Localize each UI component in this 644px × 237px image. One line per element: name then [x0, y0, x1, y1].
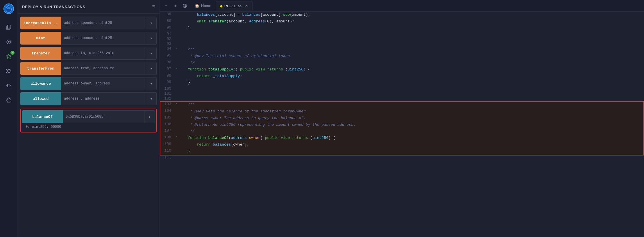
line-number: 103	[160, 101, 175, 108]
line-number: 95	[160, 53, 175, 60]
list-item: allowed address , address ▾	[20, 92, 157, 105]
file-copy-icon[interactable]	[4, 23, 13, 32]
allowance-params[interactable]: address owner, address	[61, 77, 146, 90]
svg-rect-2	[8, 25, 11, 29]
line-code	[179, 96, 644, 101]
tab-close-button[interactable]: ✕	[244, 3, 249, 8]
verify-icon[interactable]: ✓	[4, 52, 13, 61]
zoom-in-button[interactable]: +	[171, 2, 180, 10]
line-number: 88	[160, 12, 175, 18]
git-icon[interactable]	[4, 66, 13, 76]
increaseAllo-button[interactable]: increaseAllo...	[20, 17, 61, 29]
line-number: 90	[160, 25, 175, 32]
line-code: }	[179, 79, 644, 86]
line-marker: ▸	[175, 135, 179, 142]
verify-badge: ✓	[10, 51, 15, 55]
deploy-icon[interactable]	[4, 37, 13, 47]
table-row: 100	[160, 86, 644, 91]
deploy-header: DEPLOY & RUN TRANSACTIONS ≡	[17, 0, 160, 14]
list-item: allowance address owner, address ▾	[20, 77, 157, 90]
deploy-content: increaseAllo... address spender, uint25 …	[17, 14, 160, 135]
table-row: 90 }	[160, 25, 644, 32]
line-code: balances[account] = balances[account].su…	[179, 12, 644, 18]
balanceOf-result: 0: uint256: 50000	[22, 123, 155, 131]
table-row: 97▸ function totalSupply() public view r…	[160, 66, 644, 73]
line-marker	[175, 79, 179, 86]
editor-area: − + 🏠 Home ◆ REC20.sol ✕ 88 balances[ac	[160, 0, 644, 237]
line-code: /**	[179, 46, 644, 53]
line-number: 98	[160, 73, 175, 80]
code-container[interactable]: 88 balances[account] = balances[account]…	[160, 12, 644, 237]
line-marker	[175, 115, 179, 122]
allowance-dropdown[interactable]: ▾	[146, 77, 157, 90]
globe-icon	[181, 2, 189, 10]
logo-icon[interactable]	[3, 3, 15, 15]
line-number: 94	[160, 46, 175, 53]
allowance-button[interactable]: allowance	[20, 77, 61, 90]
line-number: 97	[160, 66, 175, 73]
table-row: 92	[160, 36, 644, 41]
list-item: mint address account, uint25 ▾	[20, 32, 157, 45]
increaseAllo-dropdown[interactable]: ▾	[146, 17, 157, 29]
line-code: return _totalSupply;	[179, 73, 644, 80]
line-code	[179, 155, 644, 160]
deploy-title: DEPLOY & RUN TRANSACTIONS	[22, 5, 85, 9]
balanceOf-button[interactable]: balanceOf	[22, 110, 63, 123]
allowed-button[interactable]: allowed	[20, 92, 61, 105]
line-code: function totalSupply() public view retur…	[179, 66, 644, 73]
mint-params[interactable]: address account, uint25	[61, 32, 146, 45]
balanceOf-dropdown[interactable]: ▾	[144, 110, 155, 123]
plugin-icon[interactable]	[4, 95, 13, 105]
line-number: 92	[160, 36, 175, 41]
line-marker	[175, 60, 179, 66]
transferFrom-dropdown[interactable]: ▾	[146, 62, 157, 75]
increaseAllo-params[interactable]: address spender, uint25	[61, 17, 146, 29]
line-marker	[175, 155, 179, 160]
svg-rect-1	[7, 26, 10, 30]
line-number: 108	[160, 135, 175, 142]
transfer-button[interactable]: transfer	[20, 47, 61, 60]
zoom-out-button[interactable]: −	[162, 2, 170, 10]
transferFrom-params[interactable]: address from, address to	[61, 62, 146, 75]
balanceOf-row: balanceOf 0x5B38Da6a701c5685 ▾	[22, 110, 155, 123]
line-number: 101	[160, 91, 175, 96]
transferFrom-button[interactable]: transferFrom	[20, 62, 61, 75]
tab-home[interactable]: 🏠 Home	[191, 1, 215, 10]
table-row: 110 }	[160, 148, 644, 155]
transfer-dropdown[interactable]: ▾	[146, 47, 157, 60]
line-marker	[175, 122, 179, 128]
line-marker: ▸	[175, 46, 179, 53]
table-row: 89 emit Transfer(account, address(0), am…	[160, 18, 644, 25]
line-number: 93	[160, 41, 175, 46]
line-marker	[175, 148, 179, 155]
line-code: function balanceOf(address owner) public…	[179, 135, 644, 142]
line-code: */	[179, 128, 644, 135]
line-number: 104	[160, 108, 175, 115]
line-marker	[175, 128, 179, 135]
tab-rec20[interactable]: ◆ REC20.sol ✕	[216, 1, 253, 10]
table-row: 108▸ function balanceOf(address owner) p…	[160, 135, 644, 142]
table-row: 103▸ /**	[160, 101, 644, 108]
table-row: 94▸ /**	[160, 46, 644, 53]
balanceOf-input[interactable]: 0x5B38Da6a701c5685	[63, 110, 144, 123]
allowed-dropdown[interactable]: ▾	[146, 92, 157, 105]
home-tab-label: Home	[201, 3, 211, 8]
mint-button[interactable]: mint	[20, 32, 61, 45]
allowed-params[interactable]: address , address	[61, 92, 146, 105]
list-item: transfer address to, uint256 valu ▾	[20, 47, 157, 60]
result-index: 0:	[26, 125, 30, 129]
line-marker	[175, 25, 179, 32]
line-marker	[175, 86, 179, 91]
svg-rect-7	[8, 84, 10, 87]
result-type: uint256:	[32, 125, 51, 129]
transfer-params[interactable]: address to, uint256 valu	[61, 47, 146, 60]
line-number: 110	[160, 148, 175, 155]
table-row: 104 * @dev Gets the balance of the speci…	[160, 108, 644, 115]
debug-icon[interactable]	[4, 81, 13, 90]
deploy-menu-icon[interactable]: ≡	[152, 4, 155, 9]
line-code: * @dev Gets the balance of the specified…	[179, 108, 644, 115]
line-marker	[175, 12, 179, 18]
line-code	[179, 86, 644, 91]
table-row: 102	[160, 96, 644, 101]
mint-dropdown[interactable]: ▾	[146, 32, 157, 45]
